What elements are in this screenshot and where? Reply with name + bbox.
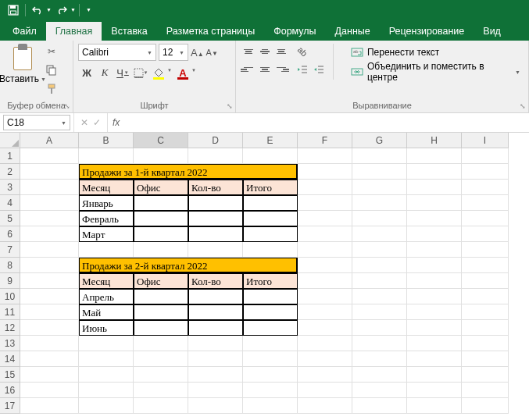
cell[interactable]	[462, 273, 509, 289]
orientation-icon[interactable]: ab	[295, 44, 310, 59]
row-header[interactable]: 12	[0, 320, 20, 336]
underline-button[interactable]: Ч▼	[114, 64, 131, 81]
cell[interactable]	[407, 320, 462, 336]
wrap-text-button[interactable]: ab Перенести текст	[348, 44, 524, 61]
cell[interactable]	[243, 304, 298, 320]
cell[interactable]	[298, 304, 352, 320]
cell[interactable]	[352, 320, 407, 336]
cell[interactable]	[134, 351, 188, 367]
cell[interactable]	[188, 148, 243, 164]
cell[interactable]	[352, 304, 407, 320]
tab-файл[interactable]: Файл	[3, 22, 46, 41]
cell[interactable]	[134, 398, 188, 414]
cell[interactable]	[243, 289, 298, 304]
redo-icon[interactable]	[53, 2, 70, 19]
cell[interactable]	[20, 398, 79, 414]
decrease-indent-icon[interactable]	[295, 62, 310, 77]
cell[interactable]	[20, 258, 79, 273]
bold-button[interactable]: Ж	[78, 64, 95, 81]
row-header[interactable]: 16	[0, 383, 20, 398]
align-bottom-icon[interactable]	[273, 44, 289, 59]
font-color-icon[interactable]: А▼	[174, 64, 191, 81]
cell[interactable]	[188, 367, 243, 383]
row-header[interactable]: 9	[0, 273, 20, 289]
cell[interactable]	[462, 180, 509, 195]
row-header[interactable]: 15	[0, 367, 20, 383]
font-name-combo[interactable]: Calibri▼	[78, 44, 156, 61]
cell[interactable]: Февраль	[79, 211, 134, 226]
row-header[interactable]: 2	[0, 164, 20, 180]
cell[interactable]	[407, 148, 462, 164]
cell[interactable]: Офис	[134, 180, 188, 195]
cell[interactable]	[352, 195, 407, 211]
cell[interactable]	[298, 226, 352, 242]
tab-разметка страницы[interactable]: Разметка страницы	[157, 22, 264, 41]
cell[interactable]: Итого	[243, 273, 298, 289]
col-header[interactable]: D	[188, 133, 243, 148]
cell[interactable]	[79, 242, 134, 258]
cell[interactable]	[352, 351, 407, 367]
cell[interactable]	[407, 336, 462, 351]
cell[interactable]	[352, 258, 407, 273]
undo-icon[interactable]	[29, 2, 46, 19]
cell[interactable]	[188, 351, 243, 367]
cell[interactable]	[134, 211, 188, 226]
cell[interactable]	[298, 383, 352, 398]
tab-данные[interactable]: Данные	[326, 22, 380, 41]
clipboard-launcher-icon[interactable]: ⤡	[64, 102, 70, 110]
merge-center-button[interactable]: Объединить и поместить в центре ▼	[348, 63, 524, 80]
tab-рецензирование[interactable]: Рецензирование	[380, 22, 474, 41]
col-header[interactable]: H	[407, 133, 462, 148]
col-header[interactable]: A	[20, 133, 79, 148]
cell[interactable]	[188, 383, 243, 398]
cell[interactable]: Май	[79, 304, 134, 320]
cell[interactable]	[20, 226, 79, 242]
cell[interactable]	[243, 211, 298, 226]
cell[interactable]	[134, 226, 188, 242]
cell[interactable]: Месяц	[79, 273, 134, 289]
cell[interactable]	[298, 336, 352, 351]
merged-title-cell[interactable]: Продажи за 1-й квартал 2022	[79, 164, 297, 179]
cell[interactable]	[243, 148, 298, 164]
row-header[interactable]: 8	[0, 258, 20, 273]
tab-вставка[interactable]: Вставка	[102, 22, 156, 41]
cell[interactable]	[407, 367, 462, 383]
cell[interactable]	[79, 336, 134, 351]
cell[interactable]	[79, 398, 134, 414]
cell[interactable]	[20, 351, 79, 367]
cell[interactable]	[298, 211, 352, 226]
cell[interactable]	[407, 398, 462, 414]
cell[interactable]	[79, 351, 134, 367]
cell[interactable]	[462, 398, 509, 414]
cell[interactable]	[134, 195, 188, 211]
col-header[interactable]: F	[298, 133, 352, 148]
row-header[interactable]: 6	[0, 226, 20, 242]
cell[interactable]	[352, 273, 407, 289]
cell[interactable]	[20, 383, 79, 398]
cell[interactable]	[243, 351, 298, 367]
cell[interactable]	[134, 242, 188, 258]
col-header[interactable]: B	[79, 133, 134, 148]
cell[interactable]	[352, 242, 407, 258]
cell[interactable]	[352, 367, 407, 383]
cell[interactable]	[243, 195, 298, 211]
merged-title-cell[interactable]: Продажи за 2-й квартал 2022	[79, 258, 297, 272]
cell[interactable]	[188, 195, 243, 211]
cell[interactable]: Кол-во	[188, 273, 243, 289]
cell[interactable]	[20, 242, 79, 258]
align-left-icon[interactable]	[241, 62, 256, 77]
cell[interactable]	[462, 383, 509, 398]
fx-icon[interactable]: fx	[113, 117, 120, 128]
cell[interactable]	[352, 398, 407, 414]
column-headers[interactable]: ABCDEFGHI	[20, 133, 509, 148]
cell[interactable]	[298, 351, 352, 367]
cell[interactable]	[134, 148, 188, 164]
cell[interactable]	[20, 367, 79, 383]
cell[interactable]	[134, 367, 188, 383]
enter-formula-icon[interactable]: ✓	[93, 117, 101, 128]
cell[interactable]	[462, 336, 509, 351]
cell[interactable]	[407, 242, 462, 258]
cell[interactable]	[20, 195, 79, 211]
cancel-formula-icon[interactable]: ✕	[80, 117, 88, 128]
row-header[interactable]: 14	[0, 351, 20, 367]
